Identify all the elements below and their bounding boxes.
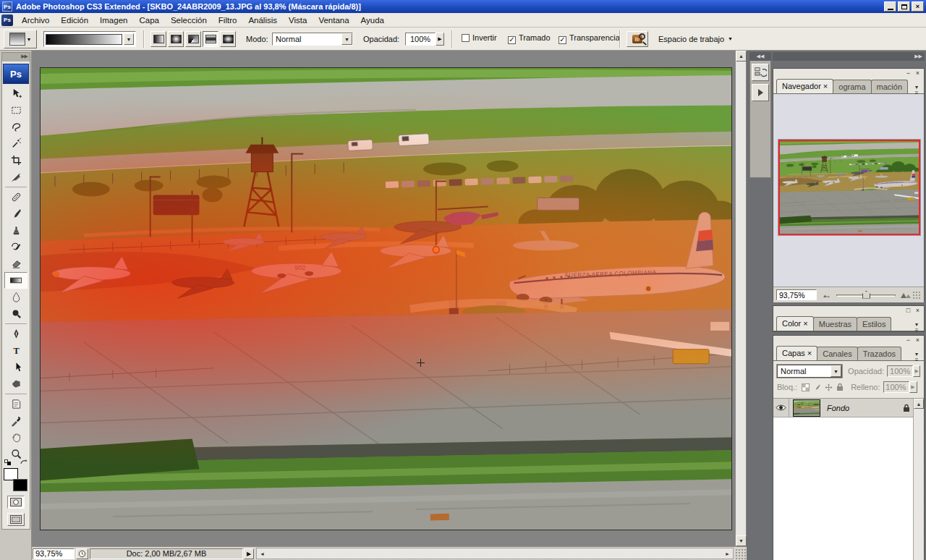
background-color-swatch[interactable] (13, 479, 27, 491)
resize-grip[interactable] (734, 548, 746, 559)
gradient-dropdown-icon[interactable]: ▼ (124, 33, 134, 45)
panel-minimize-icon[interactable]: − (904, 69, 912, 77)
lock-pixels-icon[interactable] (813, 383, 821, 391)
blend-mode-select[interactable]: Normal ▼ (272, 33, 353, 46)
invertir-checkbox[interactable]: Invertir (462, 33, 497, 42)
reflected-gradient-button[interactable] (203, 31, 218, 47)
clone-stamp-tool[interactable] (4, 222, 27, 239)
scroll-down-icon[interactable]: ▼ (736, 535, 747, 546)
lock-position-icon[interactable] (825, 383, 833, 391)
angle-gradient-button[interactable] (185, 31, 201, 47)
transparencia-checkbox[interactable]: ✓Transparencia (558, 33, 620, 44)
swap-colors-icon[interactable] (20, 459, 28, 466)
menu-imagen[interactable]: Imagen (94, 14, 133, 26)
menu-ventana[interactable]: Ventana (313, 14, 354, 26)
scroll-left-icon[interactable]: ◄ (257, 548, 268, 559)
tool-preset-picker[interactable]: ▼ (4, 30, 37, 48)
tab-trazados[interactable]: Trazados (857, 347, 901, 360)
dropdown-arrow-icon[interactable]: ▼ (341, 33, 352, 45)
layer-visibility-toggle[interactable] (773, 399, 789, 417)
layers-scrollbar[interactable]: ▲ (913, 399, 924, 560)
hand-tool[interactable] (4, 429, 27, 446)
pen-tool[interactable] (4, 326, 27, 342)
eyedropper-tool[interactable] (4, 412, 27, 429)
workspace-dropdown-icon[interactable]: ▼ (728, 36, 733, 41)
tab-estilos[interactable]: Estilos (857, 317, 891, 331)
layer-name[interactable]: Fondo (827, 404, 903, 412)
layer-row-fondo[interactable]: Fondo (773, 399, 924, 417)
minimize-button[interactable] (884, 1, 896, 12)
panel-close-icon[interactable]: × (914, 307, 922, 314)
slider-thumb[interactable] (862, 291, 870, 299)
menu-vista[interactable]: Vista (283, 14, 313, 26)
history-brush-tool[interactable] (4, 239, 27, 255)
close-button[interactable]: × (912, 1, 924, 12)
tab-informacion[interactable]: mación (871, 80, 908, 93)
rectangular-marquee-tool[interactable] (4, 102, 27, 119)
tab-histograma[interactable]: ograma (833, 80, 871, 93)
collapse-dock-right-icon[interactable]: ▶▶ (773, 52, 925, 61)
history-panel-button[interactable] (752, 64, 769, 81)
canvas-image[interactable]: 902 (40, 67, 732, 530)
menu-archivo[interactable]: Archivo (16, 14, 55, 26)
toolbox-collapse-icon[interactable]: ▶▶ (2, 53, 30, 61)
notes-tool[interactable] (4, 396, 27, 412)
path-selection-tool[interactable] (4, 359, 27, 376)
lock-transparency-icon[interactable] (802, 383, 810, 391)
dropdown-arrow-icon[interactable]: ▼ (831, 365, 841, 377)
scroll-right-icon[interactable]: ► (722, 548, 733, 559)
dodge-tool[interactable] (4, 305, 27, 322)
navigator-proxy-view[interactable] (778, 140, 920, 235)
menu-seleccion[interactable]: Selección (165, 14, 213, 26)
gradient-picker[interactable]: ▼ (43, 31, 136, 47)
menu-edicion[interactable]: Edición (55, 14, 94, 26)
tab-color[interactable]: Color × (776, 316, 814, 331)
slice-tool[interactable] (4, 169, 27, 185)
tramado-checkbox[interactable]: ✓Tramado (508, 33, 551, 44)
default-colors-icon[interactable] (4, 459, 11, 465)
tab-navegador[interactable]: Navegador × (776, 79, 833, 93)
tab-capas[interactable]: Capas × (776, 346, 817, 360)
layer-thumbnail[interactable] (793, 399, 820, 417)
scroll-up-icon[interactable]: ▲ (736, 51, 747, 61)
lasso-tool[interactable] (4, 119, 27, 135)
status-menu-arrow-icon[interactable]: ▶ (244, 548, 254, 559)
eraser-tool[interactable] (4, 255, 27, 272)
opacity-field[interactable]: 100% (405, 33, 436, 46)
menu-capa[interactable]: Capa (133, 14, 165, 26)
linear-gradient-button[interactable] (150, 31, 166, 47)
blur-tool[interactable] (4, 289, 27, 305)
move-tool[interactable] (4, 85, 27, 102)
tab-canales[interactable]: Canales (817, 347, 857, 360)
lock-all-icon[interactable] (836, 383, 844, 391)
crop-tool[interactable] (4, 152, 27, 169)
layer-blend-mode-select[interactable]: Normal ▼ (777, 365, 842, 378)
magic-wand-tool[interactable] (4, 135, 27, 152)
panel-restore-icon[interactable]: □ (904, 307, 912, 314)
menu-filtro[interactable]: Filtro (213, 14, 243, 26)
gradient-tool[interactable] (4, 272, 27, 289)
screen-mode-button[interactable] (7, 513, 25, 526)
zoom-in-icon[interactable] (900, 291, 912, 299)
menu-analisis[interactable]: Análisis (242, 14, 283, 26)
type-tool[interactable]: T (4, 342, 27, 359)
go-to-bridge-button[interactable]: Br (626, 31, 648, 47)
scroll-up-icon[interactable]: ▲ (914, 399, 924, 409)
status-zoom-input[interactable] (33, 548, 75, 559)
zoom-out-icon[interactable] (823, 292, 832, 298)
panel-menu-icon[interactable]: ▾≡ (912, 352, 922, 363)
title-bar[interactable]: Ps Adobe Photoshop CS3 Extended - [SKBO_… (0, 0, 926, 13)
quick-mask-mode-button[interactable] (7, 496, 25, 509)
opacity-spinner-icon[interactable]: ▶ (436, 33, 444, 46)
panel-resize-grip[interactable] (912, 291, 921, 300)
diamond-gradient-button[interactable] (220, 31, 236, 47)
restore-button[interactable] (898, 1, 910, 12)
document-icon[interactable]: Ps (1, 14, 13, 26)
horizontal-scrollbar[interactable]: ◄ ► (256, 548, 734, 559)
custom-shape-tool[interactable] (4, 376, 27, 392)
actions-panel-button[interactable] (752, 84, 769, 101)
panel-close-icon[interactable]: × (914, 69, 922, 77)
healing-brush-tool[interactable] (4, 189, 27, 205)
workspace-label[interactable]: Espacio de trabajo (658, 35, 724, 43)
tab-muestras[interactable]: Muestras (813, 317, 857, 331)
